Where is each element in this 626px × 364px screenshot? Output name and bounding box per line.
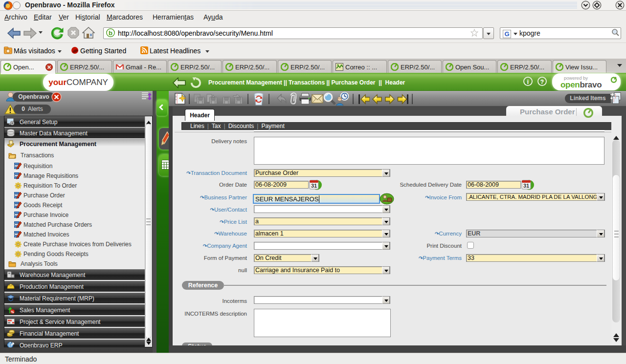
svg-text:b: b <box>109 29 112 37</box>
svg-text:31: 31 <box>311 183 317 189</box>
svg-text:31: 31 <box>523 183 529 189</box>
svg-text:%: % <box>11 310 14 314</box>
